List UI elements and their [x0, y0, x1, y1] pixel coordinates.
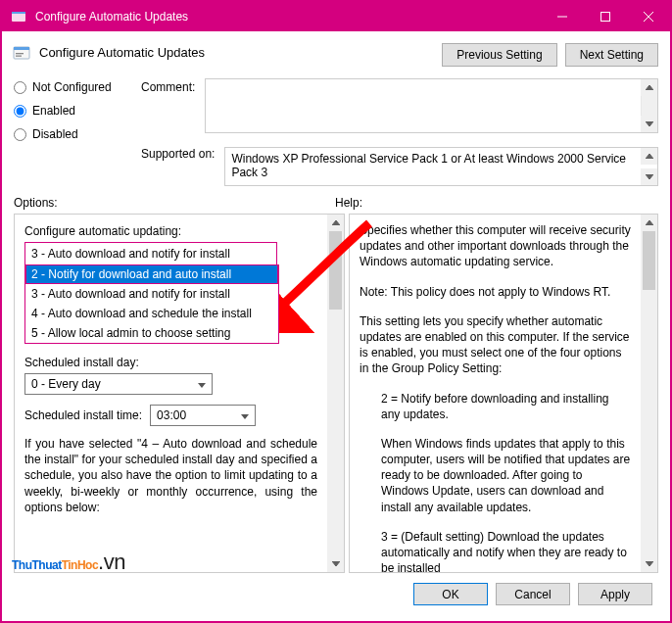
dropdown-option[interactable]: 2 - Notify for download and auto install	[25, 264, 278, 284]
radio-disabled[interactable]: Disabled	[14, 127, 131, 141]
cfg-updating-list: 2 - Notify for download and auto install…	[24, 264, 279, 344]
scrollbar-thumb[interactable]	[643, 231, 655, 290]
help-label: Help:	[335, 196, 658, 210]
scroll-down-icon[interactable]	[327, 555, 344, 572]
scroll-up-icon[interactable]	[641, 215, 657, 231]
svg-rect-9	[16, 56, 22, 57]
maximize-button[interactable]	[584, 2, 627, 31]
scroll-up-icon[interactable]	[641, 79, 657, 96]
sched-day-label: Scheduled install day:	[24, 356, 317, 369]
help-text: This setting lets you specify whether au…	[360, 313, 631, 377]
help-text: When Windows finds updates that apply to…	[360, 436, 631, 515]
header-row: Configure Automatic Updates Previous Set…	[10, 39, 662, 78]
radio-not-configured[interactable]: Not Configured	[14, 80, 131, 94]
svg-rect-1	[12, 12, 25, 14]
options-pane: Configure automatic updating: 3 - Auto d…	[14, 214, 345, 573]
window-title: Configure Automatic Updates	[35, 10, 541, 24]
options-label: Options:	[14, 196, 335, 210]
supported-on-box: Windows XP Professional Service Pack 1 o…	[224, 147, 658, 186]
help-text: Specifies whether this computer will rec…	[360, 222, 631, 270]
help-scrollbar[interactable]	[641, 215, 657, 572]
scroll-down-icon	[641, 168, 657, 185]
sched-day-combo[interactable]: 0 - Every day	[24, 373, 213, 395]
svg-rect-7	[14, 47, 29, 50]
cfg-updating-selected: 3 - Auto download and notify for install	[25, 243, 276, 264]
svg-rect-3	[601, 13, 610, 22]
policy-icon	[10, 8, 27, 25]
options-scrollbar[interactable]	[327, 215, 344, 572]
cfg-updating-dropdown[interactable]: 3 - Auto download and notify for install…	[24, 242, 277, 265]
dialog-button-row: OK Cancel Apply	[10, 573, 662, 613]
sched-time-value: 03:00	[157, 408, 186, 422]
dropdown-option[interactable]: 3 - Auto download and notify for install	[25, 284, 278, 304]
scroll-down-icon[interactable]	[641, 555, 657, 572]
scroll-up-icon[interactable]	[327, 215, 344, 231]
radio-enabled[interactable]: Enabled	[14, 104, 131, 118]
help-text: 3 = (Default setting) Download the updat…	[360, 529, 631, 572]
titlebar: Configure Automatic Updates	[2, 2, 670, 31]
sched-day-value: 0 - Every day	[31, 377, 101, 391]
ok-button[interactable]: OK	[413, 583, 488, 605]
cancel-button[interactable]: Cancel	[496, 583, 570, 605]
dropdown-option[interactable]: 4 - Auto download and schedule the insta…	[25, 304, 278, 323]
next-setting-button[interactable]: Next Setting	[565, 43, 658, 67]
help-text: 2 = Notify before downloading and instal…	[360, 391, 631, 422]
minimize-button[interactable]	[541, 2, 584, 31]
comment-textarea[interactable]	[205, 78, 658, 133]
options-blurb: If you have selected "4 – Auto download …	[24, 436, 317, 515]
previous-setting-button[interactable]: Previous Setting	[442, 43, 556, 67]
help-text: Note: This policy does not apply to Wind…	[360, 284, 631, 300]
supported-on-label: Supported on:	[141, 147, 215, 161]
watermark: ThuThuatTinHoc.vn	[12, 546, 125, 576]
scroll-up-icon	[641, 148, 657, 165]
scrollbar-thumb[interactable]	[329, 231, 342, 310]
apply-button[interactable]: Apply	[578, 583, 652, 605]
chevron-down-icon	[198, 377, 208, 391]
scroll-down-icon[interactable]	[641, 116, 657, 132]
close-button[interactable]	[627, 2, 670, 31]
help-pane: Specifies whether this computer will rec…	[349, 214, 658, 573]
sched-time-combo[interactable]: 03:00	[150, 405, 256, 426]
dropdown-option[interactable]: 5 - Allow local admin to choose setting	[25, 323, 278, 343]
cfg-updating-label: Configure automatic updating:	[24, 224, 317, 238]
comment-label: Comment:	[141, 80, 195, 94]
chevron-down-icon	[241, 408, 251, 422]
supported-on-text: Windows XP Professional Service Pack 1 o…	[231, 152, 626, 179]
svg-rect-8	[16, 53, 24, 54]
page-title: Configure Automatic Updates	[39, 43, 434, 60]
policy-item-icon	[12, 43, 31, 63]
sched-time-label: Scheduled install time:	[24, 408, 142, 422]
